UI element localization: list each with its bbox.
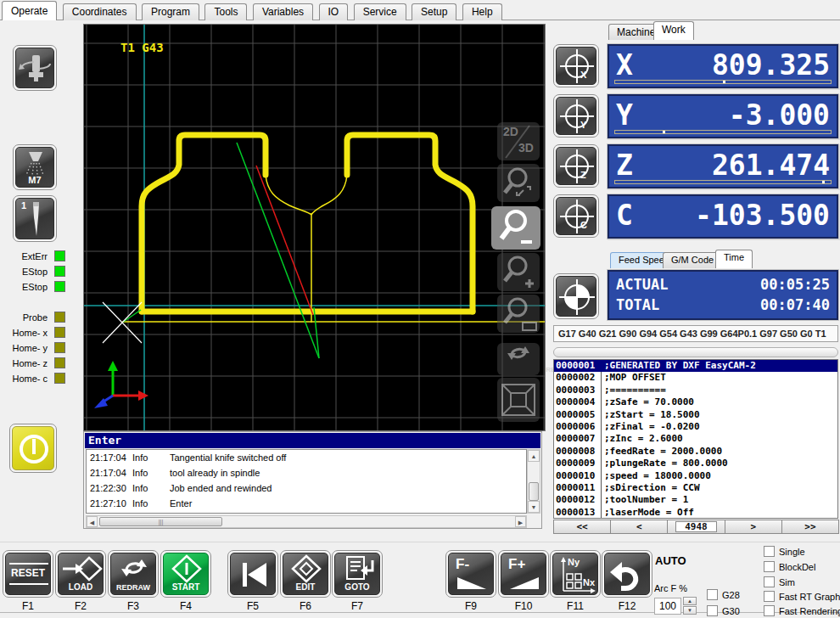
log-level: Info [132,465,148,480]
scroll-left-arrow[interactable]: ◀ [87,516,98,527]
led-row: EStop [0,266,76,278]
log-list[interactable]: 21:17:04 Info Tangential knife switched … [86,449,527,514]
log-time: 21:27:10 [90,496,126,511]
zero-z-button[interactable]: Z [553,144,599,188]
led-exterr [54,250,65,261]
gcode-line[interactable]: 0000007;zInc = 2.6000 [554,433,837,445]
reset-button[interactable]: RESET [3,550,53,598]
tab-service[interactable]: Service [354,3,406,20]
line-text: ;speed = 18000.0000 [602,470,711,482]
toolpath-canvas[interactable]: T1 G43 2D 3D [83,24,546,431]
next-line-button[interactable]: > [725,520,782,534]
tool-button[interactable]: 1 [13,195,57,242]
fast-rt-graph-checkbox[interactable] [764,591,775,602]
goto-last-button[interactable]: >> [781,520,839,534]
scroll-right-arrow[interactable]: ▶ [515,516,526,527]
led-label: Home- c [12,374,48,384]
gcode-line[interactable]: 0000008;feedRate = 2000.0000 [554,446,837,458]
tab-operate[interactable]: Operate [2,1,57,20]
g28-label: G28 [722,590,740,600]
cnc-app-window: Operate Coordinates Program Tools Variab… [0,0,840,618]
log-entry: 21:27:10 Info Enter [87,496,526,511]
tab-work[interactable]: Work [653,21,694,40]
start-button[interactable]: START [160,550,211,598]
zero-x-button[interactable]: X [553,44,599,87]
zoom-out-button[interactable] [491,206,540,250]
tab-coordinates[interactable]: Coordinates [63,3,137,20]
gcode-line[interactable]: 0000012;toolNumber = 1 [554,494,837,506]
scrollbar-thumb[interactable] [529,482,539,501]
redraw-label: REDRAW [111,583,155,592]
scroll-up-arrow[interactable]: ▲ [528,450,540,462]
edit-button[interactable]: EDIT [280,550,331,598]
tab-variables[interactable]: Variables [253,3,313,20]
zoom-window-button[interactable] [497,295,540,333]
tab-time[interactable]: Time [715,250,753,268]
rewind-button[interactable] [227,550,278,598]
gcode-line[interactable]: 0000005;zStart = 18.5000 [554,409,837,421]
spindle-button[interactable] [13,45,57,91]
tab-io[interactable]: IO [319,3,349,20]
zero-y-button[interactable]: Y [553,94,599,138]
fast-rendering-checkbox[interactable] [764,605,775,616]
zoom-extents-button[interactable] [497,164,540,202]
scroll-down-arrow[interactable]: ▼ [528,501,540,513]
single-checkbox[interactable] [764,546,775,557]
g30-checkbox[interactable] [707,605,718,616]
feed-plus-button[interactable]: F+ [498,550,549,598]
gcode-line[interactable]: 0000010;speed = 18000.0000 [554,470,837,482]
active-tool-overlay-label: T1 G43 [120,41,164,54]
origin-button[interactable] [553,273,599,319]
arc-f-input[interactable]: 100 [654,598,681,615]
gcode-line[interactable]: 0000004;zSafe = 70.0000 [554,396,837,408]
gcode-line[interactable]: 0000002;MOP OFFSET [554,372,837,384]
gcode-line[interactable]: 0000011;sDirection = CCW [554,482,837,494]
led-estop2 [54,281,65,292]
tab-gm-code[interactable]: G/M Code [663,252,722,268]
led-label: EStop [22,282,48,292]
log-entry: 21:22:30 Info Job ended and rewinded [87,480,526,496]
redraw-button[interactable]: REDRAW [108,550,159,598]
sim-checkbox[interactable] [764,576,775,587]
goto-first-button[interactable]: << [553,520,611,534]
arc-f-up-button[interactable]: ▲ [683,597,697,605]
gcode-line[interactable]: 0000006;zFinal = -0.0200 [554,421,837,433]
tab-tools[interactable]: Tools [204,3,247,20]
fkey-label: F12 [602,600,652,612]
log-vertical-scrollbar[interactable]: ▲ ▼ [527,449,540,514]
tab-program[interactable]: Program [142,3,199,20]
power-button[interactable] [9,424,57,473]
led-estop1 [54,266,65,277]
tab-setup[interactable]: Setup [412,3,456,20]
line-text: ;zFinal = -0.0200 [602,421,700,433]
back-button[interactable] [602,550,652,598]
goto-button[interactable]: GOTO [332,550,383,598]
line-text: ;laserMode = Off [602,507,694,519]
blockdel-checkbox[interactable] [764,561,775,572]
dro-x: X809.325 [608,44,838,88]
gcode-line[interactable]: 0000009;plungeRate = 800.0000 [554,458,837,469]
array-nesting-button[interactable]: Ny Nx [550,550,601,598]
gcode-line[interactable]: 0000003;========== [554,385,837,396]
zoom-in-button[interactable] [497,253,540,291]
arc-f-down-button[interactable]: ▼ [683,606,697,615]
prev-line-button[interactable]: < [610,520,668,534]
dro-z: Z261.474 [608,144,838,188]
gcode-line-selected[interactable]: 0000001;GENERATED BY DXF EasyCAM-2 [554,360,837,372]
dro-y-value: -3.000 [729,97,830,132]
tab-help[interactable]: Help [462,3,502,20]
log-horizontal-scrollbar[interactable]: ◀ ||| ▶ [86,515,527,528]
g28-checkbox[interactable] [707,589,718,600]
feed-minus-button[interactable]: F- [445,550,496,598]
view-2d3d-button[interactable]: 2D 3D [497,122,540,160]
perspective-view-button[interactable] [497,378,540,422]
canvas-redraw-button[interactable]: REDRAW [497,343,540,375]
gcode-listing[interactable]: 0000001;GENERATED BY DXF EasyCAM-2 00000… [553,359,838,519]
led-label: EStop [22,267,48,277]
fkey-label: F10 [499,600,548,612]
scrollbar-thumb[interactable]: ||| [99,517,222,526]
zero-c-button[interactable]: C [553,194,599,238]
gcode-line[interactable]: 0000013;laserMode = Off [554,507,837,519]
load-button[interactable]: LOAD [55,550,106,598]
coolant-m7-button[interactable]: M7 [13,144,57,190]
